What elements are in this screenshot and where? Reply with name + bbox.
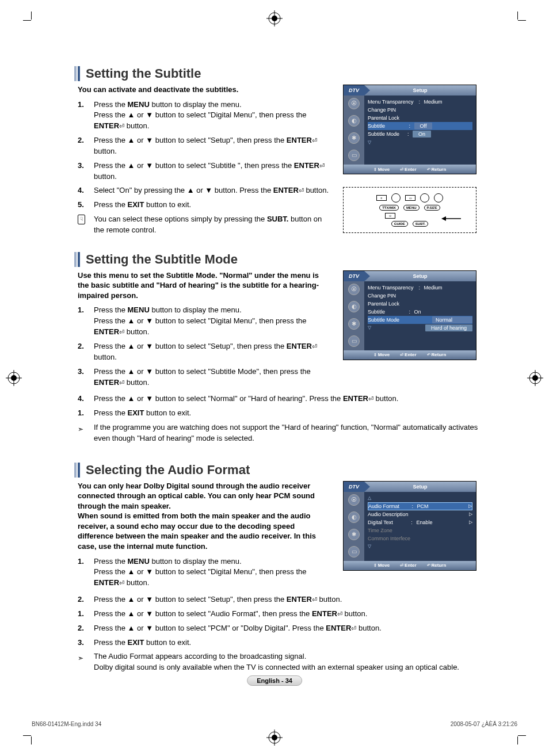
step-1: Press the MENU button to display the men… bbox=[78, 100, 331, 132]
step-3: Press the ▲ or ▼ button to select "Audio… bbox=[78, 609, 478, 620]
step-2: Press the ▲ or ▼ button to select "Setup… bbox=[78, 594, 478, 605]
step-4: Press the ▲ or ▼ button to select "Norma… bbox=[78, 394, 478, 404]
triangle-down-icon: ▽ bbox=[368, 544, 371, 549]
osd-dtv-badge: DTV bbox=[344, 85, 364, 96]
crop-mark bbox=[31, 736, 32, 744]
pointer-icon: ➣ bbox=[78, 425, 83, 434]
osd-title: Setup bbox=[364, 85, 476, 96]
osd-sidebar-icon: ⦿ bbox=[348, 284, 360, 295]
crop-mark bbox=[23, 20, 31, 21]
footer-timestamp: 2008-05-07 ¿ÀÈÄ 3:21:26 bbox=[451, 721, 517, 727]
osd-hint-enter: Enter bbox=[400, 167, 416, 172]
registration-mark-icon bbox=[266, 730, 283, 746]
triangle-down-icon: ▽ bbox=[368, 325, 371, 330]
step-4: Press the ▲ or ▼ button to select "PCM" … bbox=[78, 623, 478, 634]
osd-hint-move: Move bbox=[373, 167, 390, 172]
svg-marker-17 bbox=[441, 216, 446, 221]
section-title-subtitle-mode: Setting the Subtitle Mode bbox=[78, 252, 478, 267]
callout-arrow-icon bbox=[441, 215, 461, 223]
note-arrow: ➣ The Audio Format appears according to … bbox=[78, 651, 478, 673]
crop-mark bbox=[23, 735, 31, 736]
osd-setup-audio: DTV Setup ⦿ ◐ ✱ ▭ △ Audio bbox=[343, 481, 476, 571]
osd-sidebar-icon: ▭ bbox=[348, 546, 360, 558]
osd-row-subtitle-mode: Subtitle Mode Normal bbox=[368, 316, 472, 324]
triangle-up-icon: △ bbox=[368, 495, 371, 501]
osd-sidebar-icon: ◐ bbox=[348, 301, 360, 312]
osd-sidebar-icon: ▭ bbox=[348, 150, 360, 161]
remote-misc-icon: ≡ bbox=[376, 195, 387, 201]
step-1: Press the MENU button to display the men… bbox=[78, 556, 331, 589]
osd-row-audio-format: Audio Format : PCM▷ bbox=[368, 502, 472, 510]
remote-ttx-button: TTX/MIX bbox=[379, 205, 399, 211]
remote-diagram: ≡ ▭ TTX/MIX MENU P.SIZE ⊙ bbox=[343, 187, 476, 233]
step-5: Press the EXIT button to exit. bbox=[78, 200, 331, 211]
osd-setup-subtitle-mode: DTV Setup ⦿ ◐ ✱ ▭ Menu Transparency : Me… bbox=[343, 270, 476, 360]
crop-mark bbox=[517, 736, 518, 744]
registration-mark-icon bbox=[266, 10, 283, 26]
remote-misc-icon: ⊙ bbox=[385, 213, 395, 219]
registration-mark-icon bbox=[6, 370, 22, 386]
remote-circle-button bbox=[391, 193, 401, 203]
remote-psize-button: P.SIZE bbox=[424, 205, 440, 211]
remote-circle-button bbox=[434, 193, 443, 203]
remote-menu-button: MENU bbox=[403, 205, 420, 211]
step-3: Press the ▲ or ▼ button to select "Subti… bbox=[78, 366, 331, 388]
section-title-audio-format: Selecting the Audio Format bbox=[78, 463, 478, 478]
step-2: Press the ▲ or ▼ button to select "Setup… bbox=[78, 341, 331, 363]
section-title-subtitle: Setting the Subtitle bbox=[78, 66, 478, 81]
crop-mark bbox=[31, 12, 32, 20]
osd-sidebar-icon: ⦿ bbox=[348, 494, 360, 506]
crop-mark bbox=[517, 12, 518, 20]
osd-sidebar-icon: ✱ bbox=[348, 529, 360, 540]
enter-icon: ⏎ bbox=[119, 123, 124, 129]
section-intro: You can only hear Dolby Digital sound th… bbox=[78, 481, 325, 552]
osd-sidebar-icon: ◐ bbox=[348, 115, 360, 127]
step-3: Press the ▲ or ▼ button to select "Subti… bbox=[78, 161, 331, 182]
osd-setup-subtitle: DTV Setup ⦿ ◐ ✱ ▭ Menu Transparency : Me… bbox=[343, 85, 476, 174]
osd-sidebar-icon: ▭ bbox=[348, 335, 360, 347]
osd-sidebar-icon: ◐ bbox=[348, 511, 360, 523]
remote-circle-button bbox=[420, 193, 429, 203]
osd-row-subtitle: Subtitle : Off bbox=[368, 122, 472, 130]
crop-mark bbox=[518, 735, 526, 736]
step-2: Press the ▲ or ▼ button to select "Setup… bbox=[78, 135, 331, 157]
osd-sidebar-icon: ✱ bbox=[348, 318, 360, 330]
triangle-right-icon: ▷ bbox=[469, 511, 472, 517]
crop-mark bbox=[518, 20, 526, 21]
step-4: Select "On" by pressing the ▲ or ▼ butto… bbox=[78, 185, 331, 196]
osd-sidebar-icon: ⦿ bbox=[348, 98, 360, 109]
section-intro: Use this menu to set the Subtitle Mode. … bbox=[78, 270, 325, 301]
step-1: Press the MENU button to display the men… bbox=[78, 305, 331, 338]
remote-misc-icon: ▭ bbox=[405, 195, 415, 201]
remote-subt-button: SUBT. bbox=[413, 221, 428, 227]
hand-icon: ☟ bbox=[78, 215, 85, 224]
triangle-right-icon: ▷ bbox=[469, 520, 472, 525]
triangle-right-icon: ▷ bbox=[468, 503, 472, 509]
osd-hint-return: Return bbox=[427, 167, 447, 172]
step-5: Press the EXIT button to exit. bbox=[78, 408, 478, 419]
step-5: Press the EXIT button to exit. bbox=[78, 637, 478, 648]
note-shortcut: ☟ You can select these options simply by… bbox=[78, 214, 331, 236]
remote-guide-button: GUIDE bbox=[391, 221, 408, 227]
footer-filename: BN68-01412M-Eng.indd 34 bbox=[32, 721, 101, 727]
osd-sidebar-icon: ✱ bbox=[348, 132, 360, 144]
pointer-icon: ➣ bbox=[78, 654, 83, 663]
registration-mark-icon bbox=[527, 370, 543, 386]
page-number: English - 34 bbox=[247, 675, 302, 686]
note-arrow: ➣ If the programme you are watching does… bbox=[78, 422, 478, 444]
triangle-down-icon: ▽ bbox=[368, 140, 371, 145]
section-intro: You can activate and deactivate the subt… bbox=[78, 85, 325, 95]
